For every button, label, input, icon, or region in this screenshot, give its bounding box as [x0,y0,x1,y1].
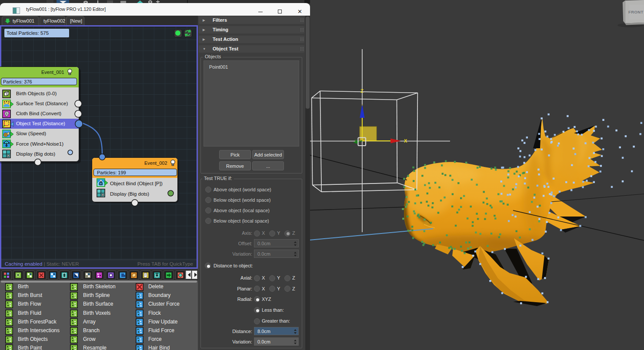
svg-text:Y: Y [354,139,357,144]
svg-text:Z: Z [360,88,364,93]
svg-text:X: X [404,138,407,143]
svg-text:FRONT: FRONT [628,10,644,14]
